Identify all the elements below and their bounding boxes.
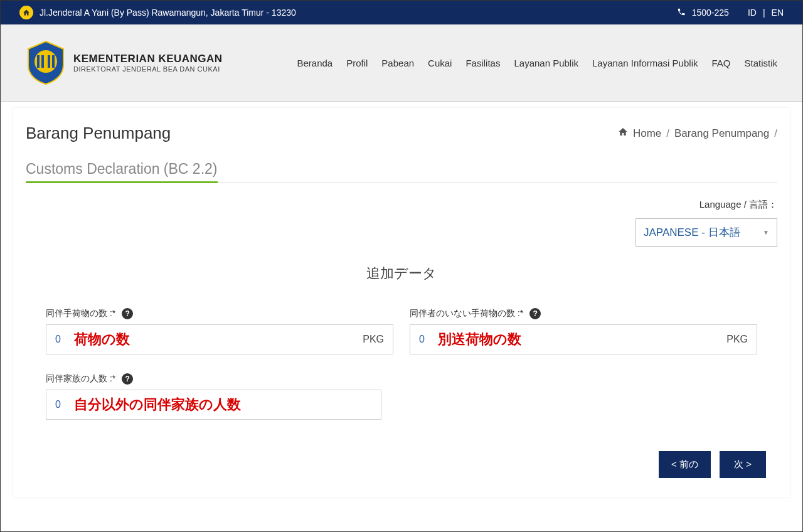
nav-fasilitas[interactable]: Fasilitas (465, 58, 500, 68)
help-icon[interactable]: ? (122, 308, 133, 319)
annotation-accompanied: 荷物の数 (74, 330, 130, 349)
unit-pkg: PKG (363, 334, 384, 345)
department-name: DIREKTORAT JENDERAL BEA DAN CUKAI (73, 65, 223, 73)
help-icon[interactable]: ? (122, 373, 133, 385)
svg-rect-4 (52, 55, 55, 68)
help-icon[interactable]: ? (529, 308, 541, 319)
address-text: Jl.Jenderal A Yani (By Pass) Rawamangun,… (40, 8, 296, 18)
annotation-family: 自分以外の同伴家族の人数 (74, 395, 241, 414)
breadcrumb-sep2: / (774, 127, 777, 140)
next-button[interactable]: 次 > (720, 451, 766, 478)
accompanied-label: 同伴手荷物の数 :* ? (46, 308, 393, 319)
nav-layanan-informasi[interactable]: Layanan Informasi Publik (592, 58, 698, 68)
annotation-unaccompanied: 別送荷物の数 (438, 330, 521, 349)
lang-en-link[interactable]: EN (772, 8, 784, 18)
home-icon[interactable] (19, 6, 33, 19)
main-nav: Beranda Profil Pabean Cukai Fasilitas La… (297, 58, 777, 68)
unaccompanied-label: 同伴者のいない手荷物の数 :* ? (410, 308, 757, 319)
home-icon (618, 127, 628, 140)
form-heading: 追加データ (26, 264, 777, 283)
breadcrumb-current: Barang Penumpang (674, 127, 769, 140)
breadcrumb: Home / Barang Penumpang / (618, 127, 777, 140)
chevron-down-icon: ▼ (763, 229, 769, 236)
breadcrumb-home[interactable]: Home (633, 127, 661, 140)
nav-layanan-publik[interactable]: Layanan Publik (514, 58, 578, 68)
phone-icon (677, 8, 686, 18)
language-label: Language / 言語： (26, 199, 777, 211)
unaccompanied-value: 0 (419, 334, 425, 345)
logo[interactable]: KEMENTERIAN KEUANGAN DIREKTORAT JENDERAL… (26, 40, 223, 85)
nav-statistik[interactable]: Statistik (744, 58, 777, 68)
nav-beranda[interactable]: Beranda (297, 58, 332, 68)
section-title: Customs Declaration (BC 2.2) (26, 161, 218, 183)
accompanied-input[interactable]: 0 荷物の数 PKG (46, 324, 393, 354)
nav-pabean[interactable]: Pabean (381, 58, 414, 68)
language-select[interactable]: JAPANESE - 日本語 ▼ (635, 218, 777, 247)
phone-number[interactable]: 1500-225 (692, 8, 729, 18)
svg-rect-1 (37, 55, 40, 68)
svg-rect-3 (48, 55, 50, 68)
page-title: Barang Penumpang (26, 124, 171, 143)
family-label: 同伴家族の人数 :* ? (46, 373, 381, 385)
lang-id-link[interactable]: ID (748, 8, 757, 18)
family-value: 0 (55, 399, 61, 410)
family-input[interactable]: 0 自分以外の同伴家族の人数 (46, 390, 381, 420)
lang-separator: | (763, 8, 765, 18)
logo-icon (26, 40, 66, 85)
prev-button[interactable]: < 前の (659, 451, 711, 478)
main-card: Barang Penumpang Home / Barang Penumpang… (13, 108, 790, 497)
accompanied-value: 0 (55, 334, 61, 345)
site-header: KEMENTERIAN KEUANGAN DIREKTORAT JENDERAL… (1, 24, 802, 102)
language-value: JAPANESE - 日本語 (644, 225, 740, 240)
unit-pkg: PKG (726, 334, 748, 345)
ministry-name: KEMENTERIAN KEUANGAN (73, 53, 223, 65)
nav-profil[interactable]: Profil (346, 58, 368, 68)
svg-rect-2 (41, 55, 44, 68)
nav-cukai[interactable]: Cukai (428, 58, 452, 68)
breadcrumb-sep1: / (666, 127, 669, 140)
unaccompanied-input[interactable]: 0 別送荷物の数 PKG (410, 324, 757, 354)
nav-faq[interactable]: FAQ (711, 58, 730, 68)
topbar: Jl.Jenderal A Yani (By Pass) Rawamangun,… (1, 1, 802, 24)
